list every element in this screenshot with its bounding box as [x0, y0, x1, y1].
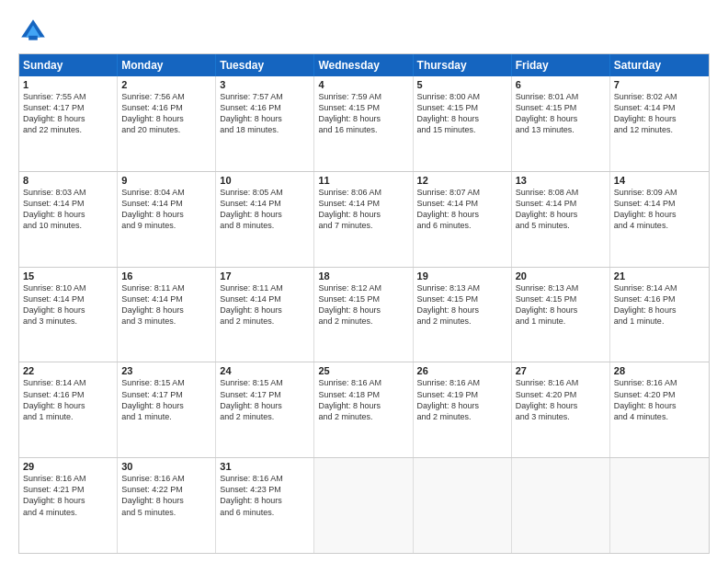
cell-line: and 5 minutes. — [121, 507, 211, 518]
cell-line: Sunset: 4:14 PM — [417, 198, 507, 209]
cell-line: Sunset: 4:17 PM — [23, 102, 113, 113]
day-cell-22: 22Sunrise: 8:14 AMSunset: 4:16 PMDayligh… — [19, 362, 118, 457]
day-cell-5: 5Sunrise: 8:00 AMSunset: 4:15 PMDaylight… — [414, 76, 512, 171]
cell-line: and 18 minutes. — [220, 124, 310, 135]
cell-line: Sunset: 4:15 PM — [417, 293, 507, 304]
day-cell-3: 3Sunrise: 7:57 AMSunset: 4:16 PMDaylight… — [216, 76, 314, 171]
cell-line: and 4 minutes. — [614, 220, 705, 231]
day-cell-24: 24Sunrise: 8:15 AMSunset: 4:17 PMDayligh… — [216, 362, 314, 457]
day-number: 24 — [220, 365, 310, 376]
cell-line: Sunset: 4:17 PM — [121, 389, 211, 400]
day-cell-29: 29Sunrise: 8:16 AMSunset: 4:21 PMDayligh… — [19, 458, 118, 553]
cell-line: Daylight: 8 hours — [121, 209, 211, 220]
cell-line: Daylight: 8 hours — [23, 400, 113, 411]
cell-line: Daylight: 8 hours — [220, 495, 310, 506]
cell-line: and 2 minutes. — [318, 316, 408, 327]
day-cell-30: 30Sunrise: 8:16 AMSunset: 4:22 PMDayligh… — [118, 458, 216, 553]
cell-line: and 16 minutes. — [318, 124, 408, 135]
cell-line: and 12 minutes. — [614, 124, 705, 135]
empty-cell — [314, 458, 413, 553]
cell-line: and 5 minutes. — [516, 220, 606, 231]
header — [18, 17, 710, 46]
cell-line: and 2 minutes. — [417, 316, 507, 327]
cell-line: Sunset: 4:15 PM — [516, 293, 606, 304]
cell-line: Daylight: 8 hours — [614, 209, 705, 220]
day-number: 28 — [614, 365, 705, 376]
cell-line: and 3 minutes. — [121, 316, 211, 327]
cell-line: Sunrise: 8:09 AM — [614, 187, 705, 198]
cell-line: Daylight: 8 hours — [516, 113, 606, 124]
cell-line: Sunset: 4:14 PM — [220, 198, 310, 209]
day-cell-21: 21Sunrise: 8:14 AMSunset: 4:16 PMDayligh… — [610, 268, 709, 362]
cell-line: Sunrise: 8:16 AM — [417, 377, 507, 388]
day-number: 2 — [121, 79, 211, 90]
calendar-row-4: 22Sunrise: 8:14 AMSunset: 4:16 PMDayligh… — [19, 362, 709, 457]
cell-line: Daylight: 8 hours — [318, 400, 408, 411]
day-cell-19: 19Sunrise: 8:13 AMSunset: 4:15 PMDayligh… — [414, 268, 512, 362]
cell-line: Sunrise: 8:00 AM — [417, 91, 507, 102]
day-number: 12 — [417, 175, 507, 186]
weekday-header-tuesday: Tuesday — [216, 54, 314, 76]
cell-line: Sunrise: 8:07 AM — [417, 187, 507, 198]
cell-line: Daylight: 8 hours — [220, 113, 310, 124]
cell-line: Sunset: 4:16 PM — [220, 102, 310, 113]
cell-line: Sunset: 4:14 PM — [220, 293, 310, 304]
cell-line: Sunset: 4:16 PM — [614, 293, 705, 304]
cell-line: Sunset: 4:17 PM — [220, 389, 310, 400]
day-cell-14: 14Sunrise: 8:09 AMSunset: 4:14 PMDayligh… — [610, 172, 709, 267]
page: SundayMondayTuesdayWednesdayThursdayFrid… — [0, 0, 728, 563]
cell-line: Daylight: 8 hours — [121, 400, 211, 411]
cell-line: Daylight: 8 hours — [417, 400, 507, 411]
cell-line: Sunset: 4:14 PM — [23, 293, 113, 304]
day-number: 6 — [516, 79, 606, 90]
day-cell-28: 28Sunrise: 8:16 AMSunset: 4:20 PMDayligh… — [610, 362, 709, 457]
cell-line: Sunrise: 8:08 AM — [516, 187, 606, 198]
calendar-row-5: 29Sunrise: 8:16 AMSunset: 4:21 PMDayligh… — [19, 457, 709, 553]
cell-line: Sunrise: 8:16 AM — [614, 377, 705, 388]
cell-line: Sunset: 4:20 PM — [614, 389, 705, 400]
cell-line: and 1 minute. — [121, 411, 211, 422]
cell-line: and 10 minutes. — [23, 220, 113, 231]
day-cell-2: 2Sunrise: 7:56 AMSunset: 4:16 PMDaylight… — [118, 76, 216, 171]
day-cell-11: 11Sunrise: 8:06 AMSunset: 4:14 PMDayligh… — [314, 172, 413, 267]
day-cell-6: 6Sunrise: 8:01 AMSunset: 4:15 PMDaylight… — [512, 76, 610, 171]
cell-line: Sunrise: 8:14 AM — [23, 377, 113, 388]
cell-line: Daylight: 8 hours — [23, 495, 113, 506]
cell-line: Daylight: 8 hours — [121, 495, 211, 506]
cell-line: Daylight: 8 hours — [516, 304, 606, 316]
cell-line: Daylight: 8 hours — [23, 304, 113, 316]
day-number: 26 — [417, 365, 507, 376]
cell-line: Sunset: 4:19 PM — [417, 389, 507, 400]
cell-line: Sunrise: 8:16 AM — [121, 473, 211, 484]
cell-line: and 3 minutes. — [23, 316, 113, 327]
cell-line: Daylight: 8 hours — [614, 400, 705, 411]
weekday-header-thursday: Thursday — [414, 54, 512, 76]
weekday-header-friday: Friday — [512, 54, 610, 76]
cell-line: Daylight: 8 hours — [220, 304, 310, 316]
calendar-body: 1Sunrise: 7:55 AMSunset: 4:17 PMDaylight… — [19, 76, 709, 553]
logo — [18, 17, 51, 46]
cell-line: Sunset: 4:16 PM — [23, 389, 113, 400]
day-number: 25 — [318, 365, 408, 376]
weekday-header-monday: Monday — [118, 54, 216, 76]
day-number: 10 — [220, 175, 310, 186]
cell-line: Sunset: 4:14 PM — [614, 102, 705, 113]
empty-cell — [610, 458, 709, 553]
cell-line: Sunset: 4:21 PM — [23, 484, 113, 495]
cell-line: Daylight: 8 hours — [417, 304, 507, 316]
cell-line: Sunrise: 8:01 AM — [516, 91, 606, 102]
day-cell-27: 27Sunrise: 8:16 AMSunset: 4:20 PMDayligh… — [512, 362, 610, 457]
day-cell-7: 7Sunrise: 8:02 AMSunset: 4:14 PMDaylight… — [610, 76, 709, 171]
day-cell-1: 1Sunrise: 7:55 AMSunset: 4:17 PMDaylight… — [19, 76, 118, 171]
cell-line: and 6 minutes. — [220, 507, 310, 518]
day-number: 23 — [121, 365, 211, 376]
cell-line: Sunrise: 8:15 AM — [121, 377, 211, 388]
cell-line: Daylight: 8 hours — [121, 113, 211, 124]
day-number: 31 — [220, 461, 310, 472]
cell-line: Sunrise: 8:16 AM — [516, 377, 606, 388]
calendar-row-2: 8Sunrise: 8:03 AMSunset: 4:14 PMDaylight… — [19, 171, 709, 267]
cell-line: Daylight: 8 hours — [516, 400, 606, 411]
cell-line: and 4 minutes. — [23, 507, 113, 518]
weekday-header-sunday: Sunday — [19, 54, 118, 76]
calendar-row-1: 1Sunrise: 7:55 AMSunset: 4:17 PMDaylight… — [19, 76, 709, 171]
